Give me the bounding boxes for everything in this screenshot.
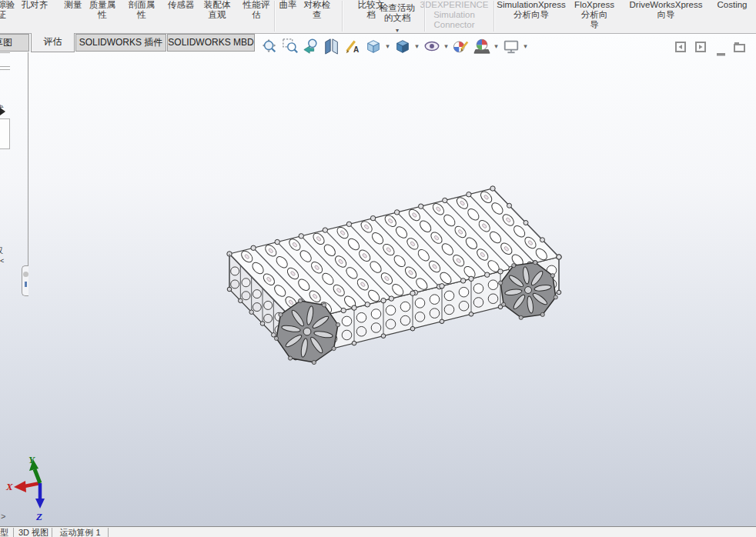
ribbon-button-mass-properties[interactable]: 质量属 性 xyxy=(89,0,116,20)
ribbon-separator xyxy=(424,1,426,32)
zoom-to-area-icon[interactable] xyxy=(280,36,299,56)
ribbon-separator xyxy=(274,1,276,32)
chevron-down-icon[interactable]: ▾ xyxy=(384,42,391,50)
graphics-viewport[interactable] xyxy=(0,34,756,526)
tab-separator xyxy=(52,528,52,537)
triad-x-label: X xyxy=(5,481,13,492)
display-style-icon[interactable] xyxy=(393,36,412,56)
tree-item-fragment: < xyxy=(0,257,4,265)
chevron-down-icon[interactable]: ▾ xyxy=(522,42,529,50)
panel-divider xyxy=(0,69,10,70)
motion-manager-expand-icon[interactable]: > xyxy=(1,512,5,521)
edit-appearance-icon[interactable] xyxy=(451,36,470,56)
chevron-down-icon[interactable]: ▾ xyxy=(413,42,420,50)
check-active-document-label: 检查活动 的文档 xyxy=(380,3,415,22)
ribbon-button-symmetry-check[interactable]: 对称检 查 xyxy=(304,0,331,20)
chevron-down-icon[interactable]: ▾ xyxy=(380,28,415,34)
svg-text:A: A xyxy=(353,45,359,54)
bottom-tab-strip: 模型 3D 视图 运动算例 1 xyxy=(0,526,756,537)
ribbon-button-costing[interactable]: Costing xyxy=(718,0,748,10)
chevron-down-icon[interactable]: ▾ xyxy=(443,42,450,50)
ribbon-button-clearance-verification[interactable]: 间隙验 证 xyxy=(0,0,15,20)
apply-scene-icon[interactable] xyxy=(472,36,491,56)
ribbon-button-measure[interactable]: 测量 xyxy=(65,0,82,10)
panel-collapse-tab[interactable] xyxy=(22,265,28,296)
tab-separator xyxy=(108,528,109,537)
evaluate-ribbon: 间隙验 证 孔对齐 测量 质量属 性 剖面属 性 传感器 装配体 直观 性能评 … xyxy=(0,0,756,34)
ribbon-button-3dexperience-simulation-connector[interactable]: 3DEXPERIENCE Simulation Connector xyxy=(420,0,489,30)
panel-border xyxy=(28,52,28,265)
ribbon-separator xyxy=(493,1,495,32)
view-orientation-icon[interactable] xyxy=(363,36,383,56)
ribbon-button-simulationxpress-wizard[interactable]: SimulationXpress 分析向导 xyxy=(497,0,565,20)
ribbon-button-section-properties[interactable]: 剖面属 性 xyxy=(129,0,156,20)
feature-tree-sliver: 代 仅 < xyxy=(0,34,35,299)
ribbon-button-curvature[interactable]: 曲率 xyxy=(279,0,297,10)
triad-z-label: Z xyxy=(35,511,42,522)
tree-item-box xyxy=(0,118,10,149)
panel-divider xyxy=(0,52,10,53)
collapse-right-pane-icon[interactable] xyxy=(694,41,707,56)
triad-y-label: Y xyxy=(28,454,35,465)
ribbon-button-driveworksxpress-wizard[interactable]: DriveWorksXpress 向导 xyxy=(630,0,703,20)
chevron-down-icon[interactable]: ▾ xyxy=(493,42,500,50)
ribbon-separator xyxy=(342,1,343,32)
ribbon-button-hole-alignment[interactable]: 孔对齐 xyxy=(22,0,49,10)
tab-separator xyxy=(13,528,14,537)
tab-solidworks-mbd[interactable]: SOLIDWORKS MBD xyxy=(167,34,255,52)
zoom-to-fit-icon[interactable] xyxy=(259,36,279,56)
previous-view-icon[interactable] xyxy=(301,36,320,56)
tab-solidworks-addins[interactable]: SOLIDWORKS 插件 xyxy=(75,34,166,52)
collapse-left-pane-icon[interactable] xyxy=(674,41,687,56)
panel-tick xyxy=(25,282,27,287)
restore-icon[interactable] xyxy=(733,41,747,56)
hide-show-items-icon[interactable] xyxy=(422,36,441,56)
annotation-view-icon[interactable]: A xyxy=(343,36,362,56)
ribbon-button-sensor[interactable]: 传感器 xyxy=(168,0,195,10)
ribbon-button-assembly-visualization[interactable]: 装配体 直观 xyxy=(204,0,231,20)
ribbon-button-performance-evaluation[interactable]: 性能评 估 xyxy=(243,0,270,20)
panel-divider xyxy=(0,66,10,67)
panel-collapse-button[interactable] xyxy=(23,272,28,277)
minimize-icon[interactable] xyxy=(716,46,727,60)
section-view-icon[interactable] xyxy=(322,36,341,56)
headsup-toolbar: A ▾ ▾ ▾ xyxy=(259,36,529,56)
bottom-tab-motion-study-1[interactable]: 运动算例 1 xyxy=(55,528,105,537)
tree-item-fragment: 代 xyxy=(0,103,4,115)
tab-evaluate[interactable]: 评估 xyxy=(31,33,75,52)
bottom-tab-model[interactable]: 模型 xyxy=(0,528,8,537)
bottom-tab-3d-views[interactable]: 3D 视图 xyxy=(16,528,51,537)
ribbon-button-floxpress-wizard[interactable]: FloXpress 分析向 导 xyxy=(574,0,614,30)
coordinate-triad: X Y Z xyxy=(5,454,66,527)
tree-item-fragment: 仅 xyxy=(0,245,3,256)
view-settings-icon[interactable] xyxy=(501,36,520,56)
